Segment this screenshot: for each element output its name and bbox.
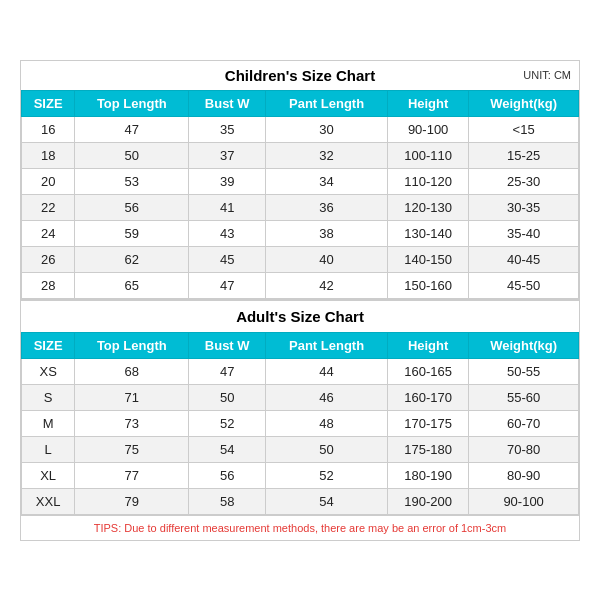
children-table: SIZE Top Length Bust W Pant Length Heigh… <box>21 90 579 299</box>
table-cell: L <box>22 436 75 462</box>
table-cell: 110-120 <box>388 168 469 194</box>
col-size: SIZE <box>22 90 75 116</box>
children-header-row: SIZE Top Length Bust W Pant Length Heigh… <box>22 90 579 116</box>
table-cell: 46 <box>266 384 388 410</box>
table-cell: 160-165 <box>388 358 469 384</box>
adult-body: XS684744160-16550-55S715046160-17055-60M… <box>22 358 579 514</box>
table-cell: 28 <box>22 272 75 298</box>
table-cell: 53 <box>75 168 189 194</box>
table-cell: 70-80 <box>469 436 579 462</box>
table-cell: 77 <box>75 462 189 488</box>
table-cell: 90-100 <box>388 116 469 142</box>
table-cell: 42 <box>266 272 388 298</box>
adult-header-row: SIZE Top Length Bust W Pant Length Heigh… <box>22 332 579 358</box>
table-cell: 160-170 <box>388 384 469 410</box>
table-cell: 47 <box>189 272 266 298</box>
table-row: L755450175-18070-80 <box>22 436 579 462</box>
table-cell: 35-40 <box>469 220 579 246</box>
col-top-length: Top Length <box>75 90 189 116</box>
table-cell: 120-130 <box>388 194 469 220</box>
table-cell: 15-25 <box>469 142 579 168</box>
table-cell: 39 <box>189 168 266 194</box>
table-cell: 79 <box>75 488 189 514</box>
col-size: SIZE <box>22 332 75 358</box>
children-title-text: Children's Size Chart <box>225 67 375 84</box>
table-cell: 26 <box>22 246 75 272</box>
table-cell: 43 <box>189 220 266 246</box>
unit-label: UNIT: CM <box>523 69 571 81</box>
table-cell: 130-140 <box>388 220 469 246</box>
table-cell: XL <box>22 462 75 488</box>
table-cell: 45 <box>189 246 266 272</box>
table-cell: 73 <box>75 410 189 436</box>
table-row: XS684744160-16550-55 <box>22 358 579 384</box>
table-cell: 56 <box>189 462 266 488</box>
table-cell: 35 <box>189 116 266 142</box>
table-cell: 47 <box>189 358 266 384</box>
table-cell: 170-175 <box>388 410 469 436</box>
table-cell: 59 <box>75 220 189 246</box>
table-cell: 20 <box>22 168 75 194</box>
table-cell: 48 <box>266 410 388 436</box>
table-cell: 47 <box>75 116 189 142</box>
table-row: 1647353090-100<15 <box>22 116 579 142</box>
table-cell: 16 <box>22 116 75 142</box>
table-cell: 30-35 <box>469 194 579 220</box>
table-cell: 18 <box>22 142 75 168</box>
table-row: S715046160-17055-60 <box>22 384 579 410</box>
table-row: 24594338130-14035-40 <box>22 220 579 246</box>
table-cell: 65 <box>75 272 189 298</box>
adult-title: Adult's Size Chart <box>21 299 579 332</box>
table-cell: 140-150 <box>388 246 469 272</box>
table-cell: 100-110 <box>388 142 469 168</box>
table-cell: 41 <box>189 194 266 220</box>
col-weight: Weight(kg) <box>469 332 579 358</box>
table-cell: 37 <box>189 142 266 168</box>
table-row: XXL795854190-20090-100 <box>22 488 579 514</box>
col-bust-w: Bust W <box>189 90 266 116</box>
size-chart: Children's Size Chart UNIT: CM SIZE Top … <box>20 60 580 541</box>
table-cell: 175-180 <box>388 436 469 462</box>
table-cell: 50 <box>266 436 388 462</box>
table-cell: 52 <box>266 462 388 488</box>
adult-title-text: Adult's Size Chart <box>236 308 364 325</box>
col-pant-length: Pant Length <box>266 90 388 116</box>
table-cell: 60-70 <box>469 410 579 436</box>
col-weight: Weight(kg) <box>469 90 579 116</box>
table-cell: 62 <box>75 246 189 272</box>
table-row: 18503732100-11015-25 <box>22 142 579 168</box>
table-cell: 34 <box>266 168 388 194</box>
table-cell: 68 <box>75 358 189 384</box>
table-cell: 22 <box>22 194 75 220</box>
table-row: 22564136120-13030-35 <box>22 194 579 220</box>
table-cell: S <box>22 384 75 410</box>
table-cell: 56 <box>75 194 189 220</box>
adult-table: SIZE Top Length Bust W Pant Length Heigh… <box>21 332 579 515</box>
table-cell: 45-50 <box>469 272 579 298</box>
table-cell: 58 <box>189 488 266 514</box>
table-cell: 25-30 <box>469 168 579 194</box>
table-row: M735248170-17560-70 <box>22 410 579 436</box>
table-cell: 30 <box>266 116 388 142</box>
children-title: Children's Size Chart UNIT: CM <box>21 61 579 90</box>
col-pant-length: Pant Length <box>266 332 388 358</box>
table-cell: <15 <box>469 116 579 142</box>
table-cell: 54 <box>189 436 266 462</box>
table-cell: 50 <box>75 142 189 168</box>
table-cell: 32 <box>266 142 388 168</box>
table-cell: 40-45 <box>469 246 579 272</box>
table-cell: 90-100 <box>469 488 579 514</box>
col-height: Height <box>388 90 469 116</box>
table-cell: 54 <box>266 488 388 514</box>
children-body: 1647353090-100<1518503732100-11015-25205… <box>22 116 579 298</box>
table-cell: 55-60 <box>469 384 579 410</box>
col-height: Height <box>388 332 469 358</box>
table-cell: 36 <box>266 194 388 220</box>
table-row: 28654742150-16045-50 <box>22 272 579 298</box>
table-cell: 40 <box>266 246 388 272</box>
table-cell: 71 <box>75 384 189 410</box>
table-row: 20533934110-12025-30 <box>22 168 579 194</box>
table-cell: 80-90 <box>469 462 579 488</box>
col-bust-w: Bust W <box>189 332 266 358</box>
tips-text: TIPS: Due to different measurement metho… <box>21 515 579 540</box>
